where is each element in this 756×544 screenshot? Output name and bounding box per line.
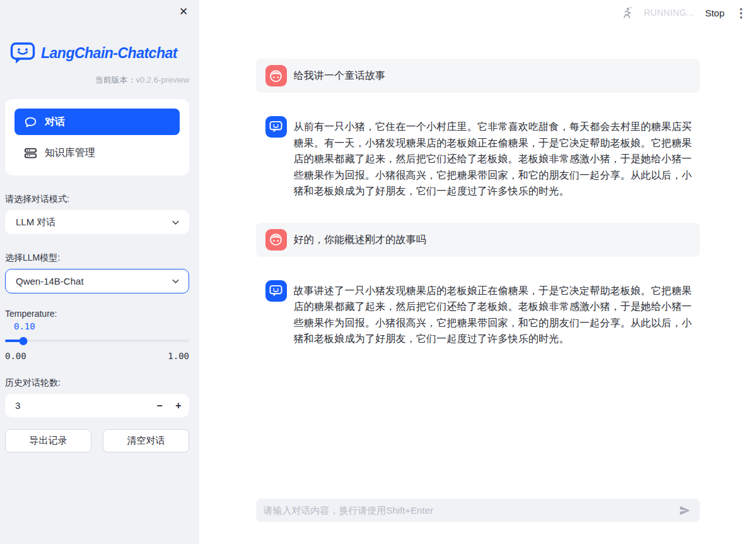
stop-button[interactable]: Stop	[705, 8, 724, 18]
assistant-avatar	[265, 280, 287, 302]
plus-icon: +	[175, 400, 181, 411]
nav-item-knowledge-base[interactable]: 知识库管理	[15, 139, 180, 166]
dialog-mode-value: LLM 对话	[16, 216, 55, 228]
chat-message-user: 好的，你能概述刚才的故事吗	[256, 223, 700, 257]
chevron-down-icon	[170, 217, 181, 228]
chat-message-text: 从前有一只小猪，它住在一个小村庄里。它非常喜欢吃甜食，每天都会去村里的糖果店买糖…	[294, 119, 694, 199]
chevron-down-icon	[170, 276, 181, 287]
chat-input-bar	[256, 499, 700, 522]
chat-input[interactable]	[264, 505, 677, 516]
nav-item-knowledge-base-label: 知识库管理	[45, 146, 95, 160]
chat-history: 给我讲一个童话故事 从前有一只小猪，它住在一个小村庄里。它非常喜欢吃甜食，每天都…	[256, 0, 700, 352]
temperature-label: Temperature:	[5, 309, 189, 319]
app-logo: LangChain-Chatchat	[10, 42, 189, 64]
dialog-mode-label: 请选择对话模式:	[5, 194, 189, 205]
temperature-value: 0.10	[14, 321, 189, 331]
llm-model-label: 选择LLM模型:	[5, 252, 189, 264]
sidebar: ✕ LangChain-Chatchat 当前版本：v0.2.6-preview…	[0, 0, 199, 544]
server-icon	[24, 146, 37, 160]
llm-model-value: Qwen-14B-Chat	[16, 276, 84, 287]
nav-item-dialogue-label: 对话	[45, 115, 65, 129]
dialog-mode-select[interactable]: LLM 对话	[5, 210, 189, 234]
vertical-dots-icon: ⋮	[735, 6, 747, 20]
decrement-button[interactable]: −	[150, 394, 169, 417]
temperature-slider[interactable]	[5, 337, 189, 345]
chat-message-text: 故事讲述了一只小猪发现糖果店的老板娘正在偷糖果，于是它决定帮助老板娘。它把糖果店…	[294, 283, 694, 347]
clear-dialogue-button[interactable]: 清空对话	[103, 429, 189, 452]
nav-item-dialogue[interactable]: 对话	[15, 109, 180, 135]
running-status-text: RUNNING...	[644, 8, 694, 18]
logo-chat-bubble-icon	[10, 42, 35, 64]
export-history-button[interactable]: 导出记录	[5, 429, 91, 452]
history-rounds-input[interactable]: 3 − +	[5, 394, 189, 417]
history-rounds-label: 历史对话轮数:	[5, 377, 189, 389]
version-value: v0.2.6-preview	[136, 75, 189, 85]
temperature-range: 0.00 1.00	[5, 351, 189, 361]
status-bar: RUNNING... Stop ⋮	[620, 0, 756, 25]
chat-message-assistant: 从前有一只小猪，它住在一个小村庄里。它非常喜欢吃甜食，每天都会去村里的糖果店买糖…	[256, 112, 700, 204]
overflow-menu-button[interactable]: ⋮	[735, 7, 747, 19]
chat-message-text: 好的，你能概述刚才的故事吗	[294, 232, 427, 248]
chat-message-user: 给我讲一个童话故事	[256, 59, 700, 93]
chat-message-assistant: 故事讲述了一只小猪发现糖果店的老板娘正在偷糖果，于是它决定帮助老板娘。它把糖果店…	[256, 276, 700, 352]
llm-model-select[interactable]: Qwen-14B-Chat	[5, 269, 189, 293]
temperature-max: 1.00	[168, 351, 189, 361]
send-button[interactable]	[677, 503, 692, 518]
main-area: RUNNING... Stop ⋮ 给我讲一个童话故事	[199, 0, 756, 544]
assistant-avatar	[265, 116, 287, 138]
temperature-min: 0.00	[5, 351, 26, 361]
minus-icon: −	[156, 400, 162, 411]
version-info: 当前版本：v0.2.6-preview	[5, 74, 189, 86]
running-person-icon	[620, 6, 633, 19]
history-rounds-value: 3	[15, 400, 20, 411]
increment-button[interactable]: +	[169, 394, 188, 417]
close-icon: ✕	[179, 6, 188, 18]
nav-card: 对话 知识库管理	[5, 99, 189, 175]
chat-bubble-icon	[24, 115, 37, 129]
sidebar-close-button[interactable]: ✕	[177, 5, 190, 19]
version-label: 当前版本：	[95, 75, 136, 85]
temperature-slider-thumb[interactable]	[20, 337, 28, 345]
user-avatar	[265, 65, 287, 86]
user-avatar	[265, 229, 287, 251]
sidebar-actions: 导出记录 清空对话	[5, 429, 189, 452]
chat-message-text: 给我讲一个童话故事	[294, 68, 386, 84]
temperature-slider-track[interactable]	[5, 340, 189, 342]
send-icon	[678, 504, 691, 517]
app-title: LangChain-Chatchat	[41, 45, 177, 62]
